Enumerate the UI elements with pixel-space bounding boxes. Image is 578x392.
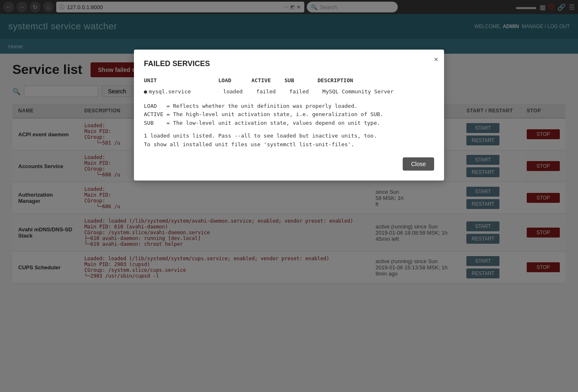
legend-sub: SUB = The low-level unit activation stat… xyxy=(144,119,434,128)
modal-footer-line2: To show all installed unit files use 'sy… xyxy=(144,140,434,149)
modal-service-load: loaded xyxy=(223,88,256,96)
modal-content: UNIT LOAD ACTIVE SUB DESCRIPTION ● mysql… xyxy=(144,76,434,149)
failed-services-modal: FAILED SERVICES × UNIT LOAD ACTIVE SUB D… xyxy=(134,50,444,181)
modal-table-header: UNIT LOAD ACTIVE SUB DESCRIPTION xyxy=(144,76,434,85)
modal-col-active: ACTIVE xyxy=(251,76,284,85)
bullet-icon: ● xyxy=(144,88,147,96)
modal-service-active: failed xyxy=(256,88,289,96)
modal-col-desc: DESCRIPTION xyxy=(318,76,434,85)
modal-footer-line1: 1 loaded units listed. Pass --all to see… xyxy=(144,132,434,140)
modal-actions: Close xyxy=(144,157,434,171)
modal-legend: LOAD = Reflects whether the unit definit… xyxy=(144,102,434,128)
modal-title: FAILED SERVICES xyxy=(144,59,434,68)
modal-col-unit: UNIT xyxy=(144,76,218,85)
modal-service-row: ● mysql.service loaded failed failed MyS… xyxy=(144,88,434,96)
modal-col-sub: SUB xyxy=(284,76,318,85)
legend-load: LOAD = Reflects whether the unit definit… xyxy=(144,102,434,111)
modal-col-load: LOAD xyxy=(218,76,251,85)
modal-service-sub: failed xyxy=(289,88,322,96)
legend-active: ACTIVE = The high-level unit activation … xyxy=(144,110,434,119)
modal-close-button[interactable]: Close xyxy=(403,157,434,171)
modal-footer-text: 1 loaded units listed. Pass --all to see… xyxy=(144,132,434,149)
modal-close-x-button[interactable]: × xyxy=(434,55,438,64)
modal-service-description: MySQL Community Server xyxy=(322,88,434,96)
main-content: Service list Show failed services 🔍 Sear… xyxy=(0,54,578,392)
modal-overlay[interactable]: FAILED SERVICES × UNIT LOAD ACTIVE SUB D… xyxy=(0,0,578,392)
modal-service-unit: mysql.service xyxy=(149,88,223,96)
